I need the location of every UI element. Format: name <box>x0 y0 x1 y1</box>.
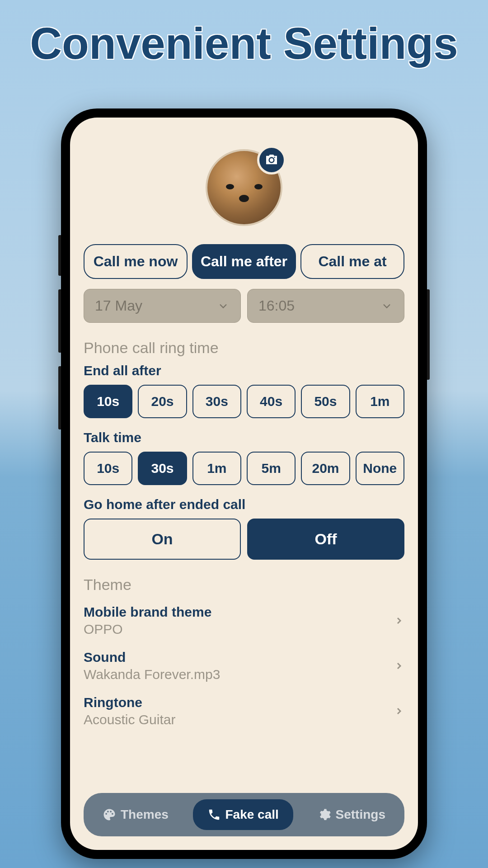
end-all-options: 10s 20s 30s 40s 50s 1m <box>84 385 404 418</box>
go-home-toggle: On Off <box>84 519 404 560</box>
talk-5m[interactable]: 5m <box>247 452 296 485</box>
phone-icon <box>207 808 221 821</box>
talk-none[interactable]: None <box>356 452 404 485</box>
talk-30s[interactable]: 30s <box>138 452 187 485</box>
brand-theme-value: OPPO <box>84 622 211 637</box>
end-all-label: End all after <box>84 363 404 378</box>
talk-time-options: 10s 30s 1m 5m 20m None <box>84 452 404 485</box>
chevron-right-icon <box>394 706 404 717</box>
tab-call-now[interactable]: Call me now <box>84 244 188 279</box>
nav-settings[interactable]: Settings <box>308 801 395 828</box>
end-all-10s[interactable]: 10s <box>84 385 132 418</box>
sound-text: Sound Wakanda Forever.mp3 <box>84 650 220 682</box>
camera-icon <box>264 153 279 167</box>
ringtone-text: Ringtone Acoustic Guitar <box>84 695 175 727</box>
nav-themes[interactable]: Themes <box>93 801 178 828</box>
end-all-20s[interactable]: 20s <box>138 385 187 418</box>
talk-10s[interactable]: 10s <box>84 452 132 485</box>
chevron-right-icon <box>394 615 404 626</box>
change-photo-button[interactable] <box>257 146 286 175</box>
phone-side-button <box>58 366 61 429</box>
tab-call-after[interactable]: Call me after <box>192 244 296 279</box>
chevron-down-icon <box>217 300 230 312</box>
sound-row[interactable]: Sound Wakanda Forever.mp3 <box>84 645 404 687</box>
phone-side-button <box>427 289 430 380</box>
tab-call-at[interactable]: Call me at <box>300 244 404 279</box>
phone-frame: Call me now Call me after Call me at 17 … <box>61 108 427 859</box>
end-all-50s[interactable]: 50s <box>301 385 350 418</box>
avatar-nose <box>239 195 249 202</box>
ringtone-value: Acoustic Guitar <box>84 712 175 727</box>
date-dropdown[interactable]: 17 May <box>84 289 241 323</box>
chevron-down-icon <box>380 300 393 312</box>
brand-theme-row[interactable]: Mobile brand theme OPPO <box>84 600 404 642</box>
phone-side-button <box>58 289 61 353</box>
nav-fake-call-label: Fake call <box>225 807 279 822</box>
talk-time-label: Talk time <box>84 430 404 445</box>
nav-settings-label: Settings <box>336 807 385 822</box>
phone-screen: Call me now Call me after Call me at 17 … <box>70 118 418 850</box>
phone-side-button <box>58 235 61 276</box>
bottom-nav: Themes Fake call Settings <box>84 793 404 836</box>
go-home-label: Go home after ended call <box>84 497 404 512</box>
end-all-40s[interactable]: 40s <box>247 385 296 418</box>
chevron-right-icon <box>394 660 404 671</box>
time-dropdown[interactable]: 16:05 <box>247 289 404 323</box>
gear-icon <box>318 808 331 821</box>
brand-theme-text: Mobile brand theme OPPO <box>84 604 211 637</box>
call-mode-tabs: Call me now Call me after Call me at <box>84 244 404 279</box>
go-home-on[interactable]: On <box>84 519 241 560</box>
talk-1m[interactable]: 1m <box>192 452 241 485</box>
avatar-container <box>206 149 282 226</box>
sound-value: Wakanda Forever.mp3 <box>84 667 220 682</box>
time-value: 16:05 <box>258 297 295 314</box>
ring-time-section-title: Phone call ring time <box>84 339 404 357</box>
talk-20m[interactable]: 20m <box>301 452 350 485</box>
end-all-30s[interactable]: 30s <box>192 385 241 418</box>
datetime-row: 17 May 16:05 <box>84 289 404 323</box>
nav-themes-label: Themes <box>121 807 169 822</box>
ringtone-label: Ringtone <box>84 695 175 710</box>
page-headline: Convenient Settings <box>0 18 488 69</box>
brand-theme-label: Mobile brand theme <box>84 604 211 620</box>
palette-icon <box>103 808 116 821</box>
end-all-1m[interactable]: 1m <box>356 385 404 418</box>
go-home-off[interactable]: Off <box>247 519 404 560</box>
ringtone-row[interactable]: Ringtone Acoustic Guitar <box>84 690 404 732</box>
nav-fake-call[interactable]: Fake call <box>193 799 293 830</box>
sound-label: Sound <box>84 650 220 665</box>
date-value: 17 May <box>95 297 142 314</box>
theme-section-title: Theme <box>84 576 404 594</box>
